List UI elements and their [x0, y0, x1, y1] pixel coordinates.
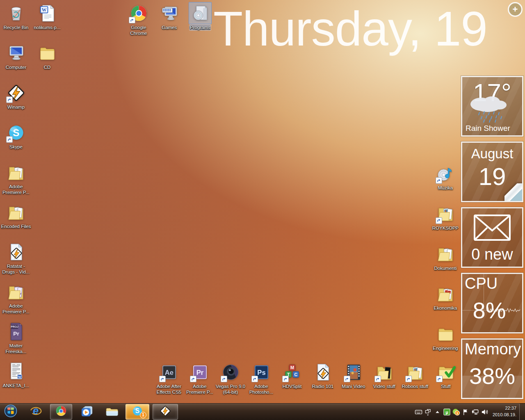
- network-tray-icon[interactable]: [470, 407, 480, 417]
- desktop-icon-radio-101[interactable]: Radio 101: [307, 361, 338, 389]
- language-bar-icon[interactable]: [423, 407, 433, 417]
- desktop-icon-engineering[interactable]: Engineering: [430, 323, 461, 351]
- folder-files-icon: [5, 201, 27, 223]
- icon-label: Matter Freeska...: [0, 343, 32, 354]
- volume-tray-icon[interactable]: [480, 407, 489, 417]
- desktop-icon-royksopp[interactable]: ROYKSOPP: [430, 203, 461, 231]
- folder-check-icon: [434, 361, 457, 383]
- desktop-icon-adobe-premiere-p[interactable]: PrPrAdobe Premiere P...: [0, 281, 32, 315]
- desktop-icon-recycle-bin[interactable]: Recycle Bin: [0, 2, 32, 30]
- svg-text:C: C: [294, 372, 297, 377]
- desktop-icon-matter-freeska[interactable]: PROJPrMatter Freeska...: [0, 320, 32, 354]
- memory-value: 38%: [462, 363, 522, 389]
- mail-widget[interactable]: 0 new: [461, 207, 523, 268]
- shortcut-arrow-icon: [436, 177, 442, 184]
- icon-label: Mūzika: [438, 185, 453, 191]
- chrome-icon: [127, 2, 150, 24]
- desktop-icon-mani-video[interactable]: Mani Video: [338, 361, 369, 389]
- weather-widget[interactable]: 17° Rain Shower: [461, 76, 523, 137]
- vegas-icon: [219, 361, 242, 383]
- explorer-folder-icon: [105, 404, 118, 419]
- taskbar-winamp-button[interactable]: [153, 404, 178, 420]
- desktop-icon-vegas-pro-9-0-64-bit[interactable]: Vegas Pro 9.0 (64-bit): [215, 361, 246, 395]
- desktop-icon-hdvsplit[interactable]: MTCHDVSplit: [276, 361, 308, 389]
- shortcut-arrow-icon: [159, 376, 166, 382]
- word-doc-icon: W: [36, 2, 59, 24]
- desktop-icon-nolikums-p[interactable]: Wnolikums-p...: [32, 2, 63, 30]
- recycle-bin-icon: [5, 2, 27, 24]
- tray-clock[interactable]: 22:37 2010.08.19.: [493, 405, 516, 418]
- icon-label: ANKETA_I...: [2, 383, 30, 388]
- mail-count: 0 new: [462, 246, 522, 263]
- icon-label: Adobe Photosho...: [246, 383, 277, 395]
- desktop-icon-adobe-after-effects-cs5[interactable]: AeAdobe After Effects CS5: [153, 361, 185, 395]
- taskbar-skype-button[interactable]: S 1: [126, 404, 149, 420]
- icon-label: Video stuff: [373, 383, 396, 389]
- desktop-icon-video-stuff[interactable]: Video stuff: [369, 361, 400, 389]
- action-center-flag-icon[interactable]: [461, 407, 470, 417]
- icon-label: Google Chrome: [123, 25, 154, 36]
- icon-label: Radio 101: [312, 383, 334, 389]
- desktop-icon-encoded-files[interactable]: Encoded Files: [0, 201, 32, 229]
- skype-notification-tray-icon[interactable]: 1: [452, 407, 461, 417]
- taskbar-explorer-button[interactable]: [103, 404, 121, 419]
- svg-text:PROJ: PROJ: [11, 325, 18, 328]
- weather-condition: Rain Shower: [466, 124, 510, 133]
- desktop-icon-adobe-premiere-p[interactable]: PrAdobe Premiere P...: [184, 361, 215, 395]
- shortcut-arrow-icon: [129, 17, 135, 23]
- memory-widget[interactable]: Memory 38%: [461, 338, 523, 399]
- taskbar-chrome-button[interactable]: [50, 404, 72, 420]
- desktop-icon-adobe-photosho[interactable]: PsAdobe Photosho...: [246, 361, 277, 395]
- folder-open-media-icon: [404, 361, 427, 383]
- internet-explorer-icon: e: [29, 404, 42, 419]
- taskbar-ie-button[interactable]: e: [27, 404, 45, 419]
- desktop-icon-computer[interactable]: Computer: [0, 42, 32, 70]
- icon-label: ROYKSOPP: [432, 225, 459, 231]
- icon-label: nolikums-p...: [33, 25, 61, 30]
- shortcut-arrow-icon: [374, 376, 381, 382]
- start-button[interactable]: [1, 404, 20, 419]
- desktop-icon-ratatat-drugs-vid[interactable]: Ratatat - Drugs - Vid...: [0, 241, 32, 275]
- desktop-date-overlay: Thursday, 19: [213, 1, 487, 57]
- chrome-icon: [55, 405, 67, 419]
- shortcut-arrow-icon: [6, 136, 13, 143]
- shortcut-arrow-icon: [436, 217, 442, 224]
- keyboard-tray-icon[interactable]: [414, 407, 423, 417]
- skype-badge: 1: [140, 412, 146, 418]
- desktop-icon-anketa-i[interactable]: WANKETA_I...: [0, 360, 32, 388]
- svg-text:Ae: Ae: [164, 369, 173, 377]
- icon-label: Adobe Premiere P...: [0, 184, 32, 195]
- calendar-widget[interactable]: August 19: [461, 142, 523, 202]
- shortcut-arrow-icon: [221, 376, 227, 382]
- desktop-icon-programs[interactable]: Programs: [185, 2, 216, 30]
- desktop-icon-roboos-stuff[interactable]: Roboos stuff: [399, 361, 431, 389]
- premiere-project-icon: PROJPr: [5, 320, 27, 342]
- desktop-icon-winamp[interactable]: Winamp: [0, 82, 32, 110]
- desktop-icon-adobe-premiere-p[interactable]: Adobe Premiere P...: [0, 161, 32, 195]
- icon-label: Adobe Premiere P...: [184, 383, 215, 395]
- shortcut-arrow-icon: [436, 376, 443, 382]
- taskbar-wmp-button[interactable]: [78, 404, 96, 419]
- svg-text:W: W: [41, 7, 46, 13]
- desktop-icon-dokumenti[interactable]: Dokumenti: [430, 243, 461, 271]
- desktop-icon-google-chrome[interactable]: Google Chrome: [123, 2, 154, 36]
- desktop-icon-ekonomika[interactable]: Ekonomika: [430, 283, 461, 311]
- desktop-icon-m-zika[interactable]: Mūzika: [430, 162, 461, 191]
- desktop-icon-games[interactable]: Games: [154, 2, 185, 30]
- svg-text:S: S: [13, 127, 19, 138]
- windows-logo-icon: [4, 404, 18, 420]
- winamp-icon: [5, 82, 27, 104]
- show-hidden-icons-button[interactable]: [433, 407, 442, 417]
- memory-title: Memory: [465, 340, 521, 358]
- show-desktop-button[interactable]: [519, 404, 525, 420]
- cpu-title: CPU: [465, 275, 498, 292]
- desktop-icon-stuff[interactable]: Stuff: [430, 361, 461, 389]
- utorrent-tray-icon[interactable]: µ: [442, 407, 452, 417]
- calendar-month: August: [462, 146, 522, 162]
- desktop-icon-cd[interactable]: CD: [32, 42, 63, 70]
- folder-icon: [434, 323, 457, 345]
- cpu-widget[interactable]: CPU 8%: [461, 273, 523, 333]
- desktop-icon-skype[interactable]: SSkype: [0, 121, 32, 150]
- add-widget-button[interactable]: +: [508, 2, 523, 17]
- programs-icon: [189, 2, 212, 24]
